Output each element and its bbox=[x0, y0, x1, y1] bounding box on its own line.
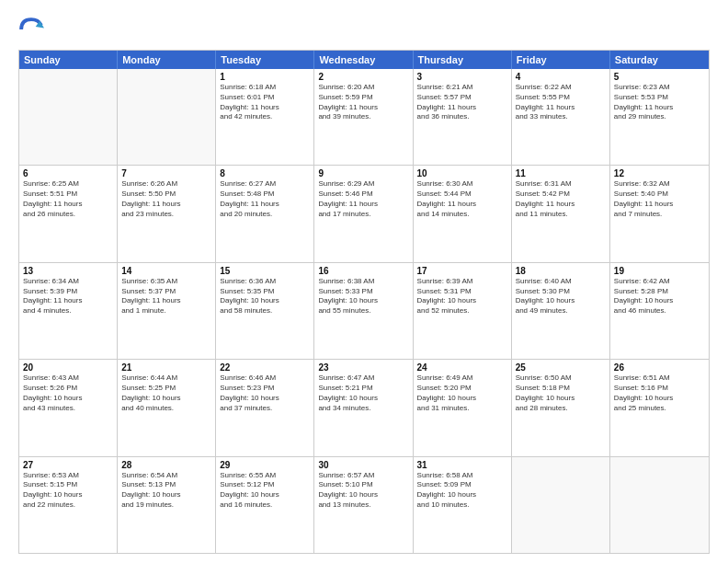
day-cell-6: 6Sunrise: 6:25 AM Sunset: 5:51 PM Daylig… bbox=[19, 166, 118, 261]
cell-info: Sunrise: 6:27 AM Sunset: 5:48 PM Dayligh… bbox=[220, 179, 310, 219]
day-number: 22 bbox=[220, 362, 310, 373]
cell-info: Sunrise: 6:54 AM Sunset: 5:13 PM Dayligh… bbox=[121, 471, 211, 511]
day-number: 3 bbox=[417, 72, 507, 82]
day-number: 19 bbox=[614, 266, 705, 276]
day-number: 14 bbox=[121, 266, 211, 276]
cell-info: Sunrise: 6:21 AM Sunset: 5:57 PM Dayligh… bbox=[417, 83, 507, 122]
cell-info: Sunrise: 6:29 AM Sunset: 5:46 PM Dayligh… bbox=[318, 179, 408, 219]
header bbox=[18, 17, 710, 42]
logo-icon bbox=[18, 17, 44, 42]
cell-info: Sunrise: 6:42 AM Sunset: 5:28 PM Dayligh… bbox=[614, 277, 705, 316]
calendar-row-3: 20Sunrise: 6:43 AM Sunset: 5:26 PM Dayli… bbox=[19, 359, 709, 455]
calendar: SundayMondayTuesdayWednesdayThursdayFrid… bbox=[18, 50, 710, 554]
day-number: 21 bbox=[121, 362, 211, 373]
cell-info: Sunrise: 6:39 AM Sunset: 5:31 PM Dayligh… bbox=[417, 277, 507, 316]
header-day-tuesday: Tuesday bbox=[216, 51, 314, 69]
day-number: 25 bbox=[516, 362, 606, 373]
day-number: 16 bbox=[318, 266, 408, 276]
cell-info: Sunrise: 6:31 AM Sunset: 5:42 PM Dayligh… bbox=[516, 179, 606, 219]
day-number: 27 bbox=[23, 460, 113, 470]
cell-info: Sunrise: 6:34 AM Sunset: 5:39 PM Dayligh… bbox=[23, 277, 113, 316]
cell-info: Sunrise: 6:25 AM Sunset: 5:51 PM Dayligh… bbox=[23, 179, 113, 219]
day-number: 20 bbox=[23, 362, 113, 373]
cell-info: Sunrise: 6:18 AM Sunset: 6:01 PM Dayligh… bbox=[220, 83, 310, 122]
day-number: 10 bbox=[417, 168, 507, 178]
logo bbox=[18, 17, 48, 42]
day-cell-17: 17Sunrise: 6:39 AM Sunset: 5:31 PM Dayli… bbox=[414, 263, 512, 359]
day-number: 17 bbox=[417, 266, 507, 276]
day-cell-30: 30Sunrise: 6:57 AM Sunset: 5:10 PM Dayli… bbox=[314, 457, 413, 553]
day-number: 18 bbox=[516, 266, 606, 276]
calendar-body: 1Sunrise: 6:18 AM Sunset: 6:01 PM Daylig… bbox=[19, 69, 709, 553]
cell-info: Sunrise: 6:22 AM Sunset: 5:55 PM Dayligh… bbox=[516, 83, 606, 122]
day-cell-21: 21Sunrise: 6:44 AM Sunset: 5:25 PM Dayli… bbox=[118, 360, 216, 455]
header-day-friday: Friday bbox=[512, 51, 610, 69]
day-number: 1 bbox=[220, 72, 310, 82]
calendar-row-1: 6Sunrise: 6:25 AM Sunset: 5:51 PM Daylig… bbox=[19, 165, 709, 261]
day-number: 31 bbox=[417, 460, 507, 470]
day-cell-4: 4Sunrise: 6:22 AM Sunset: 5:55 PM Daylig… bbox=[512, 69, 610, 165]
cell-info: Sunrise: 6:32 AM Sunset: 5:40 PM Dayligh… bbox=[614, 179, 705, 219]
cell-info: Sunrise: 6:35 AM Sunset: 5:37 PM Dayligh… bbox=[121, 277, 211, 316]
cell-info: Sunrise: 6:57 AM Sunset: 5:10 PM Dayligh… bbox=[318, 471, 408, 511]
cell-info: Sunrise: 6:20 AM Sunset: 5:59 PM Dayligh… bbox=[318, 83, 408, 122]
day-cell-16: 16Sunrise: 6:38 AM Sunset: 5:33 PM Dayli… bbox=[314, 263, 413, 359]
day-number: 24 bbox=[417, 362, 507, 373]
calendar-row-0: 1Sunrise: 6:18 AM Sunset: 6:01 PM Daylig… bbox=[19, 69, 709, 165]
day-cell-24: 24Sunrise: 6:49 AM Sunset: 5:20 PM Dayli… bbox=[414, 360, 512, 455]
day-cell-26: 26Sunrise: 6:51 AM Sunset: 5:16 PM Dayli… bbox=[610, 360, 709, 455]
day-cell-9: 9Sunrise: 6:29 AM Sunset: 5:46 PM Daylig… bbox=[314, 166, 413, 261]
day-number: 28 bbox=[121, 460, 211, 470]
day-number: 11 bbox=[516, 168, 606, 178]
day-cell-28: 28Sunrise: 6:54 AM Sunset: 5:13 PM Dayli… bbox=[118, 457, 216, 553]
cell-info: Sunrise: 6:49 AM Sunset: 5:20 PM Dayligh… bbox=[417, 373, 507, 413]
cell-info: Sunrise: 6:30 AM Sunset: 5:44 PM Dayligh… bbox=[417, 179, 507, 219]
cell-info: Sunrise: 6:38 AM Sunset: 5:33 PM Dayligh… bbox=[318, 277, 408, 316]
day-cell-13: 13Sunrise: 6:34 AM Sunset: 5:39 PM Dayli… bbox=[19, 263, 118, 359]
empty-cell bbox=[118, 69, 216, 165]
day-cell-18: 18Sunrise: 6:40 AM Sunset: 5:30 PM Dayli… bbox=[512, 263, 610, 359]
day-cell-3: 3Sunrise: 6:21 AM Sunset: 5:57 PM Daylig… bbox=[414, 69, 512, 165]
day-number: 23 bbox=[318, 362, 408, 373]
day-number: 7 bbox=[121, 168, 211, 178]
day-number: 13 bbox=[23, 266, 113, 276]
cell-info: Sunrise: 6:47 AM Sunset: 5:21 PM Dayligh… bbox=[318, 373, 408, 413]
day-cell-8: 8Sunrise: 6:27 AM Sunset: 5:48 PM Daylig… bbox=[216, 166, 314, 261]
day-cell-23: 23Sunrise: 6:47 AM Sunset: 5:21 PM Dayli… bbox=[314, 360, 413, 455]
cell-info: Sunrise: 6:51 AM Sunset: 5:16 PM Dayligh… bbox=[614, 373, 705, 413]
day-number: 26 bbox=[614, 362, 705, 373]
day-cell-2: 2Sunrise: 6:20 AM Sunset: 5:59 PM Daylig… bbox=[314, 69, 413, 165]
cell-info: Sunrise: 6:40 AM Sunset: 5:30 PM Dayligh… bbox=[516, 277, 606, 316]
day-number: 5 bbox=[614, 72, 705, 82]
day-cell-29: 29Sunrise: 6:55 AM Sunset: 5:12 PM Dayli… bbox=[216, 457, 314, 553]
cell-info: Sunrise: 6:53 AM Sunset: 5:15 PM Dayligh… bbox=[23, 471, 113, 511]
day-cell-22: 22Sunrise: 6:46 AM Sunset: 5:23 PM Dayli… bbox=[216, 360, 314, 455]
calendar-row-4: 27Sunrise: 6:53 AM Sunset: 5:15 PM Dayli… bbox=[19, 456, 709, 553]
page: SundayMondayTuesdayWednesdayThursdayFrid… bbox=[0, 0, 728, 563]
day-number: 30 bbox=[318, 460, 408, 470]
day-number: 29 bbox=[220, 460, 310, 470]
day-cell-31: 31Sunrise: 6:58 AM Sunset: 5:09 PM Dayli… bbox=[414, 457, 512, 553]
day-cell-10: 10Sunrise: 6:30 AM Sunset: 5:44 PM Dayli… bbox=[414, 166, 512, 261]
cell-info: Sunrise: 6:26 AM Sunset: 5:50 PM Dayligh… bbox=[121, 179, 211, 219]
day-cell-12: 12Sunrise: 6:32 AM Sunset: 5:40 PM Dayli… bbox=[610, 166, 709, 261]
cell-info: Sunrise: 6:50 AM Sunset: 5:18 PM Dayligh… bbox=[516, 373, 606, 413]
day-cell-20: 20Sunrise: 6:43 AM Sunset: 5:26 PM Dayli… bbox=[19, 360, 118, 455]
day-cell-14: 14Sunrise: 6:35 AM Sunset: 5:37 PM Dayli… bbox=[118, 263, 216, 359]
cell-info: Sunrise: 6:44 AM Sunset: 5:25 PM Dayligh… bbox=[121, 373, 211, 413]
header-day-monday: Monday bbox=[118, 51, 216, 69]
empty-cell bbox=[512, 457, 610, 553]
cell-info: Sunrise: 6:43 AM Sunset: 5:26 PM Dayligh… bbox=[23, 373, 113, 413]
day-number: 6 bbox=[23, 168, 113, 178]
day-number: 15 bbox=[220, 266, 310, 276]
day-cell-27: 27Sunrise: 6:53 AM Sunset: 5:15 PM Dayli… bbox=[19, 457, 118, 553]
empty-cell bbox=[610, 457, 709, 553]
day-number: 8 bbox=[220, 168, 310, 178]
header-day-sunday: Sunday bbox=[19, 51, 118, 69]
cell-info: Sunrise: 6:36 AM Sunset: 5:35 PM Dayligh… bbox=[220, 277, 310, 316]
day-cell-25: 25Sunrise: 6:50 AM Sunset: 5:18 PM Dayli… bbox=[512, 360, 610, 455]
day-cell-5: 5Sunrise: 6:23 AM Sunset: 5:53 PM Daylig… bbox=[610, 69, 709, 165]
day-cell-11: 11Sunrise: 6:31 AM Sunset: 5:42 PM Dayli… bbox=[512, 166, 610, 261]
calendar-header: SundayMondayTuesdayWednesdayThursdayFrid… bbox=[19, 51, 709, 69]
day-number: 12 bbox=[614, 168, 705, 178]
